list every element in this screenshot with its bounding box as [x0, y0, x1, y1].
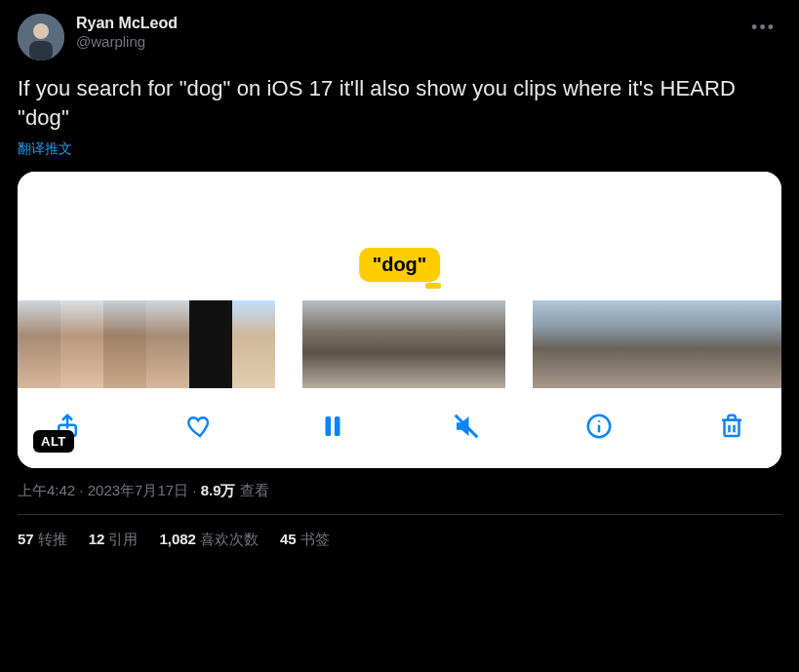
tweet-text: If you search for "dog" on iOS 17 it'll … — [18, 74, 781, 133]
caption-pill: "dog" — [359, 248, 441, 282]
retweets-label: 转推 — [38, 531, 67, 547]
tweet-date[interactable]: 2023年7月17日 — [88, 482, 188, 498]
svg-point-8 — [598, 420, 600, 422]
author-names: Ryan McLeod @warpling — [76, 14, 745, 51]
meta-sep: · — [75, 482, 88, 498]
translate-link[interactable]: 翻译推文 — [18, 140, 781, 158]
views-count: 8.9万 — [201, 482, 236, 498]
trash-icon[interactable] — [715, 410, 748, 443]
display-name[interactable]: Ryan McLeod — [76, 14, 745, 33]
tweet-meta: 上午4:42 · 2023年7月17日 · 8.9万 查看 — [18, 482, 781, 500]
likes-label: 喜欢次数 — [200, 531, 259, 547]
clip-frame — [533, 300, 576, 388]
clip-frame — [747, 300, 781, 388]
svg-rect-4 — [326, 416, 332, 436]
tweet-container: Ryan McLeod @warpling ••• If you search … — [0, 0, 799, 549]
more-icon[interactable]: ••• — [745, 14, 781, 42]
media-top: "dog" — [18, 172, 781, 300]
likes-count: 1,082 — [159, 531, 196, 547]
clip-group-2[interactable] — [302, 300, 505, 388]
clip-frame — [704, 300, 747, 388]
avatar[interactable] — [18, 14, 64, 60]
tweet-time[interactable]: 上午4:42 — [18, 482, 75, 498]
svg-point-1 — [33, 23, 49, 39]
pause-icon[interactable] — [316, 410, 349, 443]
quotes-count: 12 — [89, 531, 105, 547]
svg-rect-2 — [29, 41, 53, 60]
clip-frame — [60, 300, 103, 388]
heart-icon[interactable] — [183, 410, 217, 443]
tweet-header: Ryan McLeod @warpling ••• — [18, 14, 781, 60]
clip-frame — [455, 300, 505, 388]
clip-frame — [661, 300, 704, 388]
bookmarks-count: 45 — [280, 531, 297, 547]
views-label: 查看 — [236, 482, 269, 498]
quotes-label: 引用 — [108, 531, 138, 547]
stat-quotes[interactable]: 12引用 — [89, 531, 139, 549]
alt-badge[interactable]: ALT — [33, 430, 74, 453]
retweets-count: 57 — [18, 531, 34, 547]
clip-frame — [18, 300, 60, 388]
bookmarks-label: 书签 — [300, 531, 330, 547]
clip-group-1[interactable] — [18, 300, 275, 388]
clip-frame — [189, 300, 232, 388]
meta-sep: · — [188, 482, 201, 498]
svg-rect-5 — [335, 416, 340, 436]
media-tools — [18, 388, 781, 468]
svg-rect-9 — [724, 420, 739, 436]
clip-frame — [353, 300, 404, 388]
clip-frame — [576, 300, 619, 388]
handle[interactable]: @warpling — [76, 33, 745, 51]
stat-bookmarks[interactable]: 45书签 — [280, 531, 330, 549]
clip-frame — [103, 300, 146, 388]
clip-frame — [232, 300, 275, 388]
media-card[interactable]: "dog" — [18, 172, 781, 468]
stat-retweets[interactable]: 57转推 — [18, 531, 67, 549]
tweet-stats: 57转推 12引用 1,082喜欢次数 45书签 — [18, 515, 781, 549]
video-timeline[interactable] — [18, 300, 781, 388]
info-icon[interactable] — [582, 410, 616, 443]
clip-frame — [146, 300, 189, 388]
mute-icon[interactable] — [450, 410, 483, 443]
clip-frame — [619, 300, 661, 388]
stat-likes[interactable]: 1,082喜欢次数 — [159, 531, 259, 549]
clip-frame — [302, 300, 353, 388]
clip-frame — [404, 300, 455, 388]
clip-group-3[interactable] — [533, 300, 781, 388]
caption-tick — [425, 283, 441, 289]
